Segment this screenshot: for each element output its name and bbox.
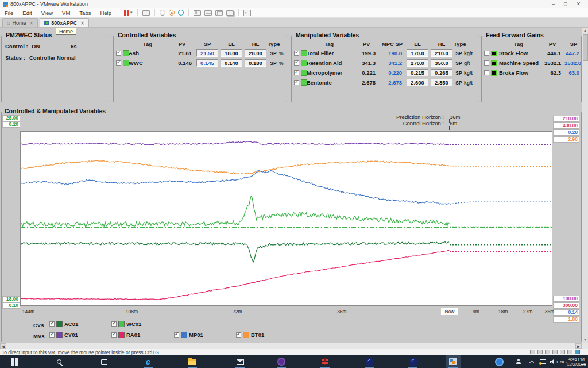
status-label: Status : [5, 55, 25, 61]
taskbar-abb-app-2[interactable] [405, 355, 420, 368]
action-center-button[interactable] [579, 355, 588, 368]
tab-800xappc-close-icon[interactable]: ✕ [80, 21, 84, 26]
printer-device-icon[interactable] [567, 350, 572, 354]
pause-vm-button[interactable]: ▾ [124, 9, 133, 17]
scroll-down-icon[interactable]: ▼ [583, 338, 587, 342]
taskbar-800xa-engineering-app[interactable] [318, 355, 332, 368]
task-view-button[interactable] [96, 355, 111, 368]
snapshot-manager-button[interactable] [160, 9, 165, 17]
mv-micropolymer-checkbox[interactable] [294, 70, 299, 75]
tray-show-hidden-icons[interactable] [527, 355, 536, 368]
mv-bentonite-checkbox[interactable] [294, 80, 299, 85]
mv-hl-input[interactable]: 210.0 [431, 49, 452, 57]
cv-wwc-checkbox[interactable] [116, 60, 121, 66]
legend-item-bt01[interactable]: BT01 [236, 332, 264, 338]
cdrom-device-icon[interactable] [537, 350, 543, 354]
taskbar-search-button[interactable] [52, 355, 67, 368]
mv-ll-input[interactable]: 270.0 [407, 59, 428, 67]
mv-tag: Bentonite [304, 79, 354, 86]
minimize-button[interactable]: – [552, 1, 555, 7]
show-library-button[interactable] [194, 9, 201, 17]
take-snapshot-button[interactable] [169, 9, 175, 17]
sound-device-icon[interactable] [560, 350, 565, 354]
horizontal-scrollbar[interactable]: ◀ ▶ [0, 343, 588, 349]
mv-ll-input[interactable]: 2.600 [407, 79, 428, 86]
menu-edit[interactable]: Edit [18, 10, 36, 16]
menu-tabs[interactable]: Tabs [75, 10, 95, 16]
vertical-scrollbar-thumb[interactable] [583, 34, 588, 61]
cv-sp-input[interactable]: 21.50 [196, 49, 218, 57]
cv-hl-input[interactable]: 28.00 [245, 49, 266, 57]
taskbar-file-explorer[interactable] [185, 355, 200, 368]
legend-item-cy01[interactable]: CY01 [49, 332, 78, 338]
legend-ra01-checkbox[interactable] [111, 332, 117, 338]
cv-sp-input[interactable]: 0.145 [196, 59, 218, 67]
taskbar-edge[interactable]: e [141, 355, 156, 368]
vertical-scrollbar[interactable]: ▲ ▼ [582, 28, 588, 343]
menu-view[interactable]: View [37, 10, 57, 16]
cv-ll-input[interactable]: 18.00 [220, 49, 242, 57]
pm2wec-status-panel: PM2WEC Status Control : ON 6s Status : C… [1, 36, 110, 102]
legend-item-ac01[interactable]: AC01 [49, 321, 78, 327]
menu-help[interactable]: Help [95, 10, 116, 16]
ff-machine-speed-checkbox[interactable] [484, 60, 489, 66]
cv-ll-input[interactable]: 0.140 [220, 59, 242, 67]
display-device-icon[interactable] [575, 350, 580, 354]
maximize-button[interactable]: □ [564, 1, 567, 7]
scroll-right-icon[interactable]: ▶ [575, 343, 582, 349]
show-thumbnail-bar-button[interactable] [204, 9, 212, 17]
ff-stock-flow-checkbox[interactable] [484, 51, 489, 56]
mv-hl-input[interactable]: 2.850 [431, 79, 452, 86]
unity-mode-button[interactable] [226, 9, 234, 17]
tab-home[interactable]: ⌂ Home ✕ [2, 18, 38, 27]
mv-hl-input[interactable]: 350.0 [431, 59, 452, 67]
mv-unit: kg/t [464, 51, 479, 56]
mv-total-filler-checkbox[interactable] [294, 51, 299, 56]
network-device-icon[interactable] [545, 350, 550, 354]
cv-ash-checkbox[interactable] [116, 51, 121, 56]
mv-hl-input[interactable]: 0.265 [431, 69, 452, 76]
mv-ll-input[interactable]: 170.0 [407, 49, 428, 57]
legend-wc01-checkbox[interactable] [111, 321, 117, 327]
send-ctrl-alt-del-button[interactable] [142, 9, 150, 17]
legend-item-mp01[interactable]: MP01 [174, 332, 203, 338]
taskbar-abb-app-1[interactable] [362, 355, 377, 368]
home-icon: ⌂ [7, 20, 10, 26]
menu-file[interactable]: File [0, 10, 18, 16]
scroll-left-icon[interactable]: ◀ [0, 343, 6, 349]
taskbar-purple-app[interactable] [274, 355, 289, 368]
legend-item-wc01[interactable]: WC01 [111, 321, 141, 327]
legend-bt01-checkbox[interactable] [236, 332, 241, 338]
800xa-app-icon [321, 358, 329, 366]
tray-people-button[interactable] [513, 355, 524, 368]
legend-ac01-checkbox[interactable] [49, 321, 55, 327]
taskbar-blue-circle-app[interactable] [492, 355, 506, 368]
console-view-button[interactable] [243, 9, 251, 17]
ff-broke-flow-checkbox[interactable] [484, 70, 489, 75]
power-dropdown-icon[interactable]: ▾ [130, 10, 133, 15]
harddisk-device-icon[interactable] [530, 350, 535, 354]
tray-network-button[interactable] [537, 355, 548, 368]
cv-hl-input[interactable]: 0.180 [245, 59, 266, 67]
usb-device-icon[interactable] [552, 350, 558, 354]
tab-home-close-icon[interactable]: ✕ [29, 21, 33, 26]
close-button[interactable]: ✕ [576, 1, 581, 7]
revert-snapshot-button[interactable] [178, 9, 184, 17]
ff-row-stock-flow: Stock Flow 446.1 447.2 [483, 48, 580, 58]
fullscreen-button[interactable] [215, 9, 223, 17]
legend-item-ra01[interactable]: RA01 [111, 332, 140, 338]
taskbar-vmware-workstation[interactable] [446, 355, 461, 368]
scroll-up-icon[interactable]: ▲ [583, 29, 587, 32]
mv-type: SP [454, 70, 464, 76]
mv-retention-aid-checkbox[interactable] [294, 60, 299, 66]
mv-ll-input[interactable]: 0.215 [407, 69, 428, 76]
menu-vm[interactable]: VM [57, 10, 75, 16]
trend-plot[interactable] [20, 131, 552, 306]
tray-language-button[interactable]: ENG [556, 355, 567, 368]
start-button[interactable] [7, 355, 22, 368]
tab-800xappc[interactable]: 800xAPPC ✕ [40, 18, 89, 27]
legend-mp01-checkbox[interactable] [174, 332, 179, 338]
cv-header-row: Tag PV SP LL HL Type [115, 40, 285, 48]
legend-cy01-checkbox[interactable] [49, 332, 55, 338]
taskbar-mail[interactable] [233, 355, 247, 368]
